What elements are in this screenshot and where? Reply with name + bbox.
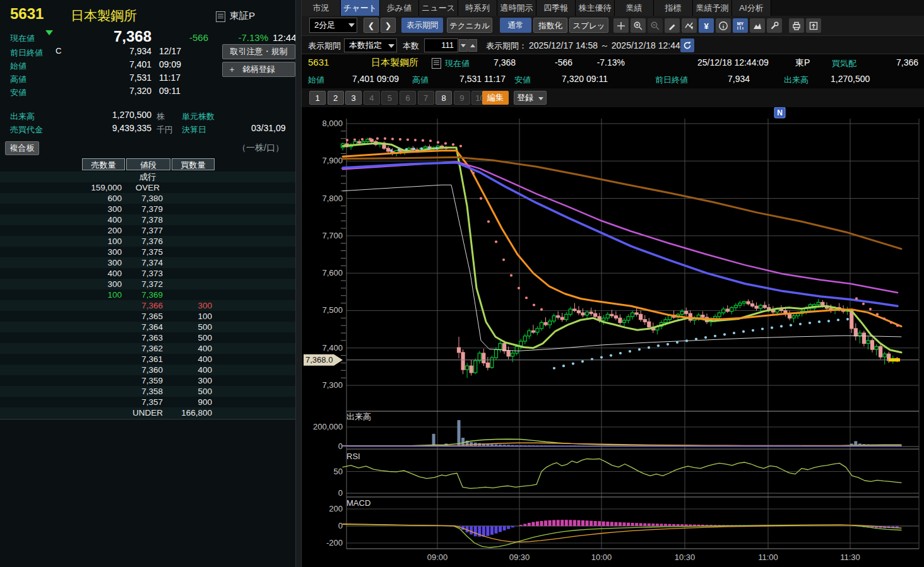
turnover-unit: 千円 <box>157 124 173 136</box>
book-row[interactable]: 7,362400 <box>0 343 295 354</box>
chart-page-button-5[interactable]: 5 <box>381 91 398 105</box>
tab-指標[interactable]: 指標 <box>654 0 693 16</box>
chart-page-button-9[interactable]: 9 <box>454 91 470 105</box>
tab-市況[interactable]: 市況 <box>302 0 341 16</box>
book-cell: 7,357 <box>125 397 170 407</box>
prev-period-button[interactable]: ❮ <box>364 18 379 33</box>
stock-name: 日本製鋼所 <box>71 7 137 25</box>
tab-適時開示[interactable]: 適時開示 <box>497 0 536 16</box>
book-row[interactable]: 159,000OVER <box>0 182 295 193</box>
book-cell: 300 <box>170 300 213 311</box>
chart-page-button-6[interactable]: 6 <box>400 91 416 105</box>
interval-select[interactable]: 2分足 <box>309 18 357 33</box>
tab-四季報[interactable]: 四季報 <box>536 0 576 16</box>
book-cell: 300 <box>82 247 125 257</box>
book-row[interactable]: 7,360400 <box>0 365 295 375</box>
period-label: 表示期間 <box>308 40 341 52</box>
spread-mode-button[interactable]: スプレッド <box>569 18 608 33</box>
book-cell <box>0 204 82 214</box>
period-mode-select[interactable]: 本数指定 <box>344 38 397 52</box>
printer-button[interactable] <box>789 18 804 33</box>
tab-ニュース[interactable]: ニュース <box>419 0 458 16</box>
svg-text:7,800: 7,800 <box>322 194 343 203</box>
book-row[interactable]: 3007,375 <box>0 247 295 257</box>
svg-text:N: N <box>777 108 783 117</box>
interval-value: 2分足 <box>314 20 335 30</box>
stock-info-panel: 5631 日本製鋼所 東証P 現在値 7,368 -566 -7.13% 12:… <box>0 0 295 567</box>
pencil-button[interactable] <box>665 18 680 33</box>
book-row[interactable]: 2007,377 <box>0 225 295 236</box>
book-row[interactable]: 4007,378 <box>0 214 295 225</box>
book-cell: 500 <box>170 322 213 332</box>
bar-count-input[interactable]: 111 <box>424 38 458 52</box>
book-cell <box>0 289 82 300</box>
book-row[interactable]: 4007,373 <box>0 268 295 279</box>
tab-チャート[interactable]: チャート <box>341 0 380 16</box>
trendline-button[interactable] <box>682 18 697 33</box>
chart-page-button-2[interactable]: 2 <box>328 91 344 105</box>
composite-board-button[interactable]: 複合板 <box>5 141 39 155</box>
normal-mode-button[interactable]: 通常 <box>500 18 531 33</box>
book-row[interactable]: 1007,369 <box>0 289 295 300</box>
svg-text:200: 200 <box>329 504 343 513</box>
book-row[interactable]: 7,363500 <box>0 332 295 343</box>
chart-page-button-1[interactable]: 1 <box>309 91 326 105</box>
tab-歩み値[interactable]: 歩み値 <box>380 0 419 16</box>
book-row[interactable]: 7,358500 <box>0 386 295 397</box>
book-cell <box>170 236 213 247</box>
my-chart-button[interactable]: MY <box>733 18 748 33</box>
book-row[interactable]: 7,361400 <box>0 354 295 365</box>
book-row[interactable]: 7,364500 <box>0 322 295 332</box>
display-period-button[interactable]: 表示期間 <box>401 18 443 33</box>
wrench-button[interactable] <box>767 18 782 33</box>
zoom-out-button[interactable] <box>648 18 663 33</box>
current-price-value: 7,368 <box>57 28 151 45</box>
tab-業績[interactable]: 業績 <box>615 0 654 16</box>
count-decrement-button[interactable] <box>459 39 468 52</box>
register-symbol-button[interactable]: ＋ 銘柄登録 <box>222 62 295 77</box>
svg-text:09:30: 09:30 <box>509 552 530 562</box>
book-row[interactable]: 7,357900 <box>0 397 295 407</box>
book-row[interactable]: 7,365100 <box>0 311 295 322</box>
svg-text:200,000: 200,000 <box>313 422 343 431</box>
book-cell <box>0 279 82 289</box>
tab-AI分析[interactable]: AI分析 <box>732 0 771 16</box>
zoom-in-button[interactable] <box>631 18 646 33</box>
chart-page-button-7[interactable]: 7 <box>418 91 434 105</box>
book-row[interactable]: 成行 <box>0 172 295 182</box>
book-cell: 成行 <box>125 172 170 182</box>
book-cell <box>82 343 125 354</box>
panel-splitter[interactable] <box>295 0 302 567</box>
refresh-button[interactable] <box>680 38 694 52</box>
book-row[interactable]: 7,366300 <box>0 300 295 311</box>
tab-株主優待[interactable]: 株主優待 <box>576 0 615 16</box>
edit-button[interactable]: 編集 <box>482 91 509 105</box>
tab-時系列[interactable]: 時系列 <box>458 0 497 16</box>
info-button[interactable]: i <box>716 18 731 33</box>
pencil-icon <box>667 21 677 31</box>
yen-button[interactable]: ¥ <box>699 18 714 33</box>
book-row[interactable]: 1007,376 <box>0 236 295 247</box>
technical-button[interactable]: テクニカル <box>447 18 492 33</box>
price-chart[interactable]: 8,0007,9007,8007,7007,6007,5007,4007,300… <box>302 107 924 567</box>
book-row[interactable]: 3007,374 <box>0 257 295 268</box>
book-row[interactable]: 3007,372 <box>0 279 295 289</box>
register-button[interactable]: 登録 <box>514 91 547 105</box>
tab-業績予測[interactable]: 業績予測 <box>693 0 732 16</box>
trade-caution-button[interactable]: 取引注意・規制 <box>222 44 295 59</box>
indexed-mode-button[interactable]: 指数化 <box>533 18 567 33</box>
book-cell <box>213 247 295 257</box>
book-row[interactable]: 3007,379 <box>0 204 295 214</box>
book-row[interactable]: UNDER166,800 <box>0 407 295 418</box>
book-row[interactable]: 7,359300 <box>0 375 295 386</box>
chart-page-button-4[interactable]: 4 <box>364 91 380 105</box>
chart-panel: 市況チャート歩み値ニュース時系列適時開示四季報株主優待業績指標業績予測AI分析 … <box>302 0 924 567</box>
crosshair-button[interactable] <box>613 18 629 33</box>
count-increment-button[interactable] <box>468 39 477 52</box>
next-period-button[interactable]: ❯ <box>381 18 396 33</box>
mountain-button[interactable] <box>750 18 765 33</box>
export-button[interactable] <box>806 18 821 33</box>
book-row[interactable]: 6007,380 <box>0 193 295 204</box>
chart-page-button-8[interactable]: 8 <box>435 91 452 105</box>
chart-page-button-3[interactable]: 3 <box>345 91 362 105</box>
